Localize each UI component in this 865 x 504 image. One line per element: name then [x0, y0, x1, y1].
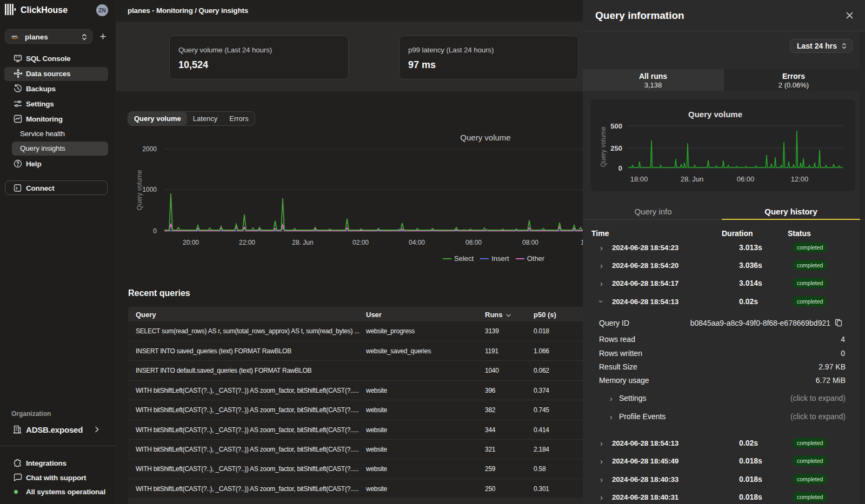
- svg-text:aws: aws: [12, 35, 18, 38]
